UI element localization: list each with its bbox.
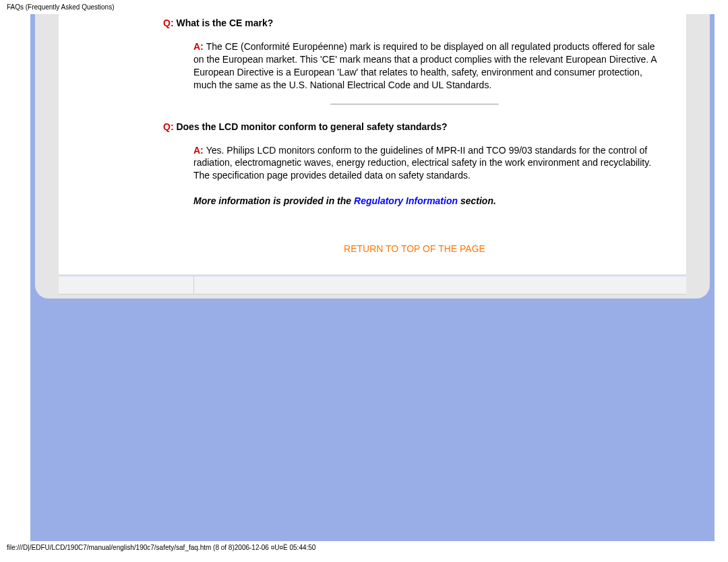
q-prefix: Q: <box>163 18 176 28</box>
grey-container: Q: What is the CE mark? A: The CE (Confo… <box>35 14 710 299</box>
return-to-top-link[interactable]: RETURN TO TOP OF THE PAGE <box>163 243 666 254</box>
regulatory-link[interactable]: Regulatory Information <box>354 195 458 206</box>
separator <box>330 104 499 104</box>
bottom-bar <box>59 276 686 294</box>
question-text: Does the LCD monitor conform to general … <box>176 121 447 132</box>
answer-text: Yes. Philips LCD monitors conform to the… <box>193 145 651 181</box>
question-text: What is the CE mark? <box>176 18 273 28</box>
a-prefix: A: <box>193 145 206 156</box>
answer-block: A: The CE (Conformité Européenne) mark i… <box>193 40 659 92</box>
faq-item-1: Q: What is the CE mark? A: The CE (Confo… <box>163 18 666 92</box>
page-header: FAQs (Frequently Asked Questions) <box>0 0 728 14</box>
more-info-after: section. <box>458 195 496 206</box>
a-prefix: A: <box>193 41 206 52</box>
more-info-before: More information is provided in the <box>193 195 354 206</box>
q-prefix: Q: <box>163 121 176 132</box>
more-info-line: More information is provided in the Regu… <box>193 195 666 206</box>
outer-frame: Q: What is the CE mark? A: The CE (Confo… <box>30 14 715 541</box>
faq-item-2: Q: Does the LCD monitor conform to gener… <box>163 121 666 183</box>
footer-path: file:///D|/EDFU/LCD/190C7/manual/english… <box>0 541 728 554</box>
bar-divider <box>193 276 194 294</box>
answer-block: A: Yes. Philips LCD monitors conform to … <box>193 144 659 183</box>
content-area: Q: What is the CE mark? A: The CE (Confo… <box>59 14 686 274</box>
answer-text: The CE (Conformité Européenne) mark is r… <box>193 41 657 90</box>
